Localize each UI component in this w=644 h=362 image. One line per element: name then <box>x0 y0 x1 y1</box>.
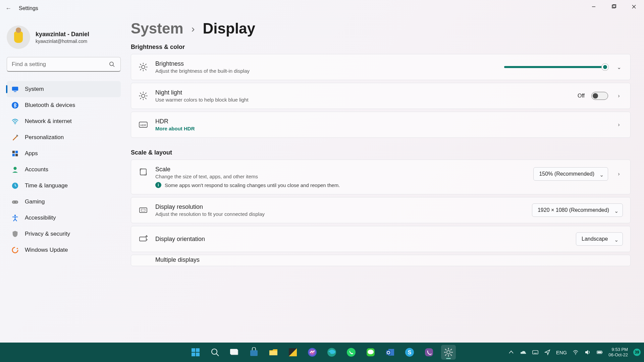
setting-title: Brightness <box>155 60 497 67</box>
taskbar: S ENG 9:53 PM 06-Oct-22 39 <box>0 343 644 362</box>
chevron-down-icon: ⌄ <box>599 172 604 178</box>
svg-marker-84 <box>585 350 588 355</box>
svg-text:HDR: HDR <box>140 124 146 127</box>
search-input[interactable] <box>7 57 121 72</box>
sidebar-item-system[interactable]: System <box>7 81 121 97</box>
maximize-icon <box>611 4 616 9</box>
tray-notification-badge[interactable]: 39 <box>633 349 641 356</box>
setting-orientation[interactable]: Display orientation Landscape ⌄ <box>131 226 631 252</box>
svg-point-22 <box>12 247 18 253</box>
taskbar-skype[interactable]: S <box>402 345 417 360</box>
taskbar-explorer[interactable] <box>266 345 281 360</box>
sun-outline-icon <box>139 91 148 101</box>
sidebar-item-accessibility[interactable]: Accessibility <box>7 210 121 226</box>
sidebar-item-gaming[interactable]: Gaming <box>7 194 121 210</box>
setting-title: Night light <box>155 89 570 96</box>
hdr-more-link[interactable]: More about HDR <box>155 126 607 131</box>
scale-icon <box>139 167 148 177</box>
multi-display-icon <box>139 255 148 264</box>
setting-title: Multiple displays <box>155 256 623 263</box>
taskbar-settings[interactable] <box>441 345 456 360</box>
tray-time: 9:53 PM <box>608 347 628 352</box>
taskbar-app-yellow[interactable] <box>285 345 300 360</box>
taskbar-viber[interactable] <box>422 345 436 360</box>
sidebar-item-time[interactable]: Time & language <box>7 178 121 194</box>
clock-globe-icon <box>11 182 19 189</box>
close-button[interactable] <box>624 0 644 13</box>
tray-overflow[interactable] <box>508 349 515 356</box>
brightness-slider[interactable] <box>504 66 608 68</box>
sidebar-item-network[interactable]: Network & internet <box>7 113 121 129</box>
svg-point-33 <box>142 94 145 98</box>
svg-line-76 <box>445 349 446 350</box>
taskbar-start[interactable] <box>188 345 203 360</box>
svg-rect-55 <box>230 349 237 354</box>
profile-block[interactable]: kyawzinlat - Daniel kyawzinlat@hotmail.c… <box>7 23 121 56</box>
minimize-button[interactable] <box>584 0 604 13</box>
taskbar-edge[interactable] <box>324 345 339 360</box>
tray-location-icon[interactable] <box>544 349 551 356</box>
resolution-select[interactable]: 644 × 362 (Recommended) ⌄ <box>532 203 623 217</box>
tray-keyboard-icon[interactable] <box>532 349 539 356</box>
wifi-icon <box>11 118 19 125</box>
chevron-right-icon[interactable]: › <box>615 122 623 128</box>
search-button[interactable] <box>106 57 118 72</box>
svg-point-83 <box>575 354 576 355</box>
back-button[interactable]: ← <box>0 0 17 17</box>
breadcrumb-parent[interactable]: System <box>131 20 183 37</box>
tray-battery-icon[interactable] <box>596 349 603 356</box>
taskbar-whatsapp[interactable] <box>344 345 359 360</box>
profile-email: kyawzinlat@hotmail.com <box>36 39 89 44</box>
scale-select[interactable]: 150% (Recommended) ⌄ <box>533 167 608 181</box>
svg-rect-44 <box>140 169 146 175</box>
breadcrumb: System › Display <box>131 20 631 37</box>
sidebar-item-label: Windows Update <box>25 247 68 253</box>
chevron-down-icon[interactable]: ⌄ <box>615 64 623 70</box>
sidebar-item-windows-update[interactable]: Windows Update <box>7 242 121 258</box>
svg-point-62 <box>347 348 356 357</box>
tray-language[interactable]: ENG <box>556 350 567 355</box>
sidebar-item-privacy[interactable]: Privacy & security <box>7 226 121 242</box>
setting-brightness[interactable]: Brightness Adjust the brightness of the … <box>131 54 631 80</box>
taskbar-search[interactable] <box>208 345 222 360</box>
tray-onedrive-icon[interactable] <box>520 349 527 356</box>
sidebar: kyawzinlat - Daniel kyawzinlat@hotmail.c… <box>7 23 121 258</box>
svg-rect-49 <box>196 348 200 352</box>
taskbar-messenger[interactable] <box>305 345 320 360</box>
taskbar-outlook[interactable] <box>383 345 397 360</box>
svg-line-77 <box>450 354 452 356</box>
svg-marker-23 <box>16 248 18 249</box>
orientation-select[interactable]: Landscape ⌄ <box>576 232 623 246</box>
setting-night-light[interactable]: Night light Use warmer colors to help bl… <box>131 83 631 109</box>
svg-rect-48 <box>192 348 195 352</box>
slider-thumb[interactable] <box>602 64 608 70</box>
paintbrush-icon <box>11 134 19 141</box>
chevron-right-icon[interactable]: › <box>615 171 623 177</box>
avatar <box>7 25 30 49</box>
nav-list: System Bluetooth & devices Network & int… <box>7 81 121 258</box>
maximize-button[interactable] <box>604 0 624 13</box>
setting-resolution[interactable]: Display resolution Adjust the resolution… <box>131 197 631 223</box>
taskbar-store[interactable] <box>247 345 261 360</box>
sidebar-item-bluetooth[interactable]: Bluetooth & devices <box>7 97 121 113</box>
chevron-right-icon[interactable]: › <box>615 93 623 99</box>
svg-rect-86 <box>602 352 603 353</box>
svg-line-40 <box>140 98 141 99</box>
setting-hdr[interactable]: HDR HDR More about HDR › <box>131 112 631 138</box>
taskbar-taskview[interactable] <box>227 345 242 360</box>
setting-scale[interactable]: Scale Change the size of text, apps, and… <box>131 160 631 194</box>
svg-rect-18 <box>12 200 18 203</box>
taskbar-line[interactable] <box>363 345 378 360</box>
svg-point-64 <box>368 350 374 354</box>
setting-multiple-displays[interactable]: Multiple displays <box>131 255 631 266</box>
tray-wifi-icon[interactable] <box>572 349 579 356</box>
night-light-toggle[interactable] <box>591 92 608 100</box>
shield-icon <box>11 230 19 238</box>
sidebar-item-personalization[interactable]: Personalization <box>7 129 121 145</box>
tray-clock[interactable]: 9:53 PM 06-Oct-22 <box>608 347 628 358</box>
sidebar-item-label: Network & internet <box>25 118 72 125</box>
section-brightness-color: Brightness & color <box>131 44 631 51</box>
sidebar-item-accounts[interactable]: Accounts <box>7 162 121 178</box>
sidebar-item-apps[interactable]: Apps <box>7 145 121 162</box>
tray-volume-icon[interactable] <box>584 349 591 356</box>
